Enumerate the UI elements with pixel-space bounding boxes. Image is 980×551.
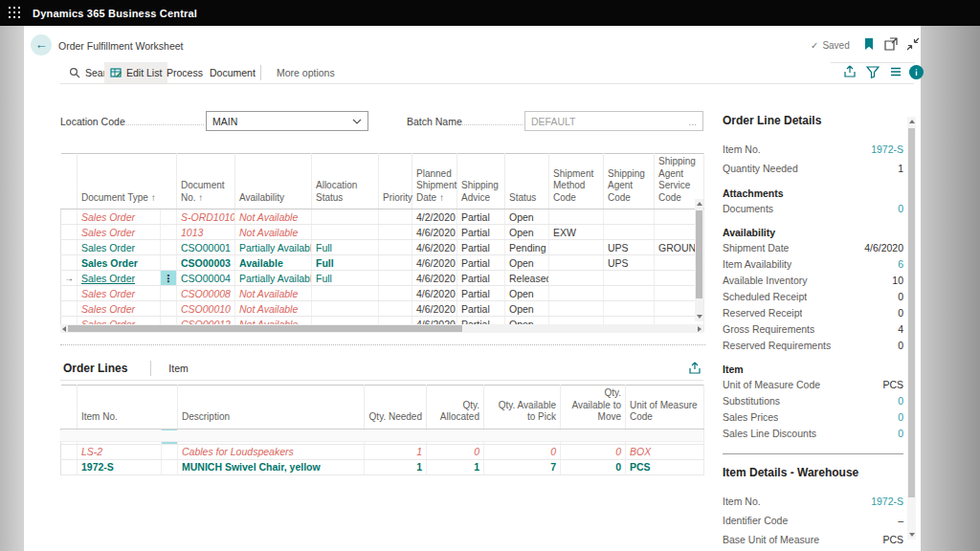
cell[interactable] — [549, 286, 604, 301]
cell[interactable] — [379, 225, 412, 240]
column-header[interactable]: Qty. Available to Pick — [484, 386, 561, 430]
location-code-select[interactable]: MAIN — [206, 111, 368, 131]
cell[interactable]: 1972-S — [78, 459, 162, 474]
cell[interactable]: Cables for Loudspeakers — [178, 444, 365, 459]
cell[interactable]: Open — [505, 255, 549, 271]
assist-edit-icon[interactable]: ... — [688, 116, 697, 127]
cell[interactable]: 4/2/2020 — [412, 209, 457, 225]
column-header[interactable]: Priority — [379, 154, 412, 209]
row-selector[interactable] — [61, 286, 78, 301]
horizontal-scrollbar[interactable] — [60, 324, 703, 333]
list-view-icon[interactable] — [889, 65, 903, 79]
cell[interactable] — [549, 209, 604, 225]
field-value[interactable]: 0 — [898, 411, 903, 423]
app-launcher-icon[interactable] — [9, 7, 21, 19]
cell[interactable] — [604, 209, 655, 225]
column-header[interactable]: Unit of Measure Code — [626, 386, 704, 430]
cell[interactable]: Not Available — [235, 209, 312, 225]
cell[interactable] — [312, 225, 379, 240]
cell[interactable]: LS-2 — [78, 444, 162, 459]
bookmark-icon[interactable] — [862, 37, 876, 51]
cell[interactable]: S-ORD101001 — [177, 209, 235, 225]
info-icon[interactable] — [909, 65, 924, 79]
column-header[interactable]: Description — [178, 386, 365, 430]
cell[interactable]: Sales Order — [78, 209, 161, 225]
row-selector[interactable] — [61, 209, 78, 225]
cell[interactable]: Open — [505, 286, 549, 301]
row-selector[interactable] — [61, 255, 78, 271]
cell[interactable]: Available — [235, 255, 312, 271]
cell[interactable]: Not Available — [235, 225, 312, 240]
cell[interactable]: Pending Pr... — [505, 240, 549, 255]
cell[interactable]: Full — [312, 271, 379, 286]
cell[interactable]: Open — [505, 225, 549, 240]
filter-icon[interactable] — [866, 65, 880, 79]
app-title[interactable]: Dynamics 365 Business Central — [33, 8, 197, 19]
cell[interactable]: 4/6/2020 — [412, 240, 457, 255]
column-header[interactable]: Shipping Agent Code — [604, 154, 655, 209]
cell[interactable]: 4/6/2020 — [412, 286, 457, 301]
document-menu[interactable]: Document — [204, 62, 261, 83]
panel-scrollbar[interactable] — [907, 117, 916, 540]
cell[interactable]: 0 — [484, 444, 561, 459]
row-selector[interactable] — [61, 240, 78, 255]
cell[interactable]: Sales Order — [78, 255, 161, 271]
cell[interactable]: 4/6/2020 — [412, 225, 457, 240]
cell[interactable] — [549, 240, 604, 255]
back-button[interactable]: ← — [31, 34, 52, 55]
field-value[interactable]: 1972-S — [871, 496, 903, 507]
cell[interactable] — [379, 301, 412, 317]
cell[interactable]: 0 — [561, 444, 626, 459]
column-header[interactable]: Shipment Method Code — [549, 154, 604, 209]
row-menu-handle[interactable] — [161, 301, 177, 317]
cell[interactable] — [604, 286, 655, 301]
cell[interactable]: Partial — [457, 225, 505, 240]
more-options-menu[interactable]: More options — [271, 62, 341, 83]
cell[interactable]: UPS — [604, 240, 655, 255]
table-row[interactable]: Sales OrderCSO00008Not Available4/6/2020… — [61, 286, 704, 301]
row-menu-handle[interactable] — [161, 225, 177, 240]
process-menu[interactable]: Process — [161, 62, 209, 83]
column-header[interactable]: Document No. ↑ — [177, 154, 235, 209]
row-menu-handle[interactable] — [161, 240, 177, 255]
column-header[interactable]: Qty. Allocated — [427, 386, 484, 430]
cell[interactable]: CSO00008 — [177, 286, 235, 301]
column-header[interactable]: Qty. Needed — [365, 386, 427, 430]
scrollbar-thumb[interactable] — [908, 128, 915, 497]
table-row[interactable]: Sales Order1013Not Available4/6/2020Part… — [61, 225, 704, 240]
scrollbar-thumb[interactable] — [68, 325, 462, 332]
cell[interactable] — [604, 271, 655, 286]
cell[interactable]: PCS — [626, 459, 704, 474]
column-header[interactable]: Item No. — [78, 386, 162, 430]
cell[interactable]: Partial — [457, 271, 505, 286]
row-menu-handle[interactable] — [161, 255, 177, 271]
open-in-new-window-icon[interactable] — [884, 37, 898, 51]
cell[interactable]: 1 — [365, 444, 427, 459]
cell[interactable]: 4/6/2020 — [412, 301, 457, 317]
column-header[interactable]: Shipping Advice — [457, 154, 505, 209]
cell[interactable]: Sales Order — [78, 301, 161, 317]
field-value[interactable]: 0 — [898, 428, 903, 439]
field-value[interactable]: 6 — [898, 258, 903, 270]
edit-list-button[interactable]: Edit List — [104, 62, 167, 83]
cell[interactable] — [379, 255, 412, 271]
cell[interactable]: 0 — [427, 444, 484, 459]
cell[interactable] — [549, 301, 604, 317]
cell[interactable] — [604, 225, 655, 240]
collapse-icon[interactable] — [906, 37, 920, 51]
cell[interactable]: Released — [505, 271, 549, 286]
cell[interactable]: Sales Order — [78, 240, 161, 255]
vertical-scrollbar[interactable] — [695, 199, 703, 321]
cell[interactable]: Partial — [457, 209, 505, 225]
table-row[interactable]: Sales OrderCSO00001Partially AvailableFu… — [61, 240, 704, 255]
cell[interactable]: 1 — [427, 459, 484, 474]
table-row[interactable]: LS-2Cables for Loudspeakers1000BOX — [61, 444, 704, 459]
cell[interactable]: Partial — [457, 286, 505, 301]
cell[interactable]: Partial — [457, 301, 505, 317]
cell[interactable] — [604, 301, 655, 317]
cell[interactable] — [549, 255, 604, 271]
table-row[interactable]: Sales OrderCSO00010Not Available4/6/2020… — [61, 301, 704, 317]
cell[interactable]: Full — [312, 255, 379, 271]
share-icon[interactable] — [688, 362, 702, 375]
row-menu-handle[interactable] — [161, 209, 177, 225]
